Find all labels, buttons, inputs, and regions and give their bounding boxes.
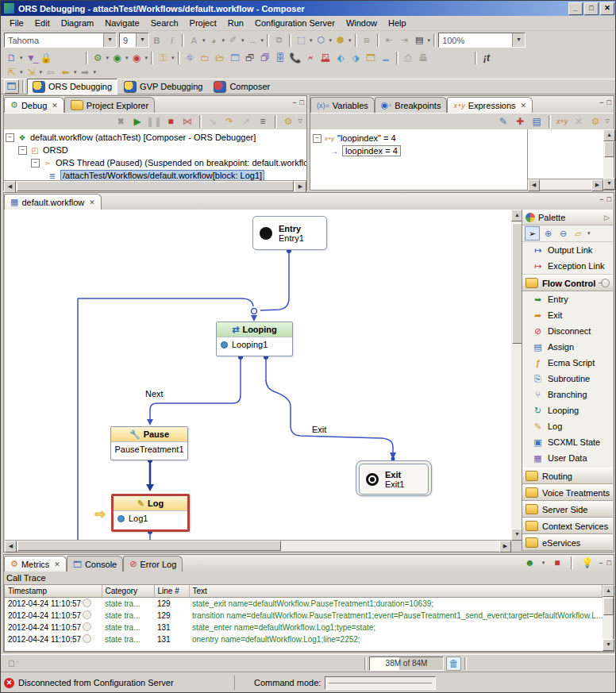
copy-appearance-icon[interactable]: ⧉ <box>271 33 287 48</box>
expander-icon[interactable]: − <box>6 133 14 142</box>
disconnect-icon[interactable]: ⬗ <box>349 52 363 64</box>
table-header-row[interactable]: Timestamp Category Line # Text <box>5 585 603 597</box>
close-icon[interactable]: ✕ <box>52 102 58 110</box>
remove-icon[interactable]: ✕ <box>572 115 586 128</box>
debug-tree-row-selected[interactable]: ≣ /attachTest/Workflows/default.workflow… <box>6 169 306 180</box>
workflow-canvas[interactable]: EntryEntry1 ⇄ Looping Looping1 <box>5 210 511 541</box>
palette-exit[interactable]: ➦Exit <box>522 307 613 323</box>
group-icon[interactable]: ⧈ <box>360 33 375 48</box>
new-workflow-icon[interactable]: 🗔 <box>229 52 242 64</box>
phone-icon[interactable]: 📞 <box>289 52 302 64</box>
canvas-horizontal-scrollbar[interactable]: ◀ ▶ <box>5 540 511 551</box>
print-preview-icon[interactable]: 🖶 <box>417 52 430 64</box>
palette-log[interactable]: ✎Log <box>522 418 613 434</box>
minimize-view-icon[interactable]: − <box>599 195 603 203</box>
menu-diagram[interactable]: Diagram <box>56 17 100 29</box>
tab-breakpoints[interactable]: ◉◦ Breakpoints <box>375 97 448 113</box>
expander-icon[interactable]: − <box>18 146 27 155</box>
layout-icon[interactable]: ⬢ <box>333 33 348 48</box>
drawer-context-services[interactable]: Context Services <box>522 518 613 534</box>
run-icon[interactable]: ◉ <box>110 52 124 64</box>
new-wizard-icon[interactable]: 🗋 <box>5 52 18 64</box>
palette-user-data[interactable]: ▦User Data <box>522 450 613 466</box>
menu-navigate[interactable]: Navigate <box>99 17 144 29</box>
drawer-server-side[interactable]: Server Side <box>522 501 613 518</box>
show-columns-icon[interactable]: ▤ <box>530 115 544 128</box>
collapse-palette-icon[interactable]: ▷ <box>604 214 610 221</box>
last-edit-icon[interactable]: ⇱ <box>5 66 18 79</box>
select-mode-icon[interactable]: ⬚ <box>294 33 309 48</box>
add-watch-icon[interactable]: ✚ <box>514 115 527 128</box>
print-icon[interactable]: ⎙ <box>402 52 415 64</box>
drawer-voice-treatments[interactable]: Voice Treatments <box>522 484 613 501</box>
tab-expressions[interactable]: x+y Expressions ✕ <box>447 97 533 113</box>
diagram-icon[interactable]: 🗇 <box>259 52 272 64</box>
pin-icon[interactable] <box>601 279 610 287</box>
minimize-view-icon[interactable]: − <box>599 559 603 567</box>
back-history-icon[interactable]: ⬅ <box>59 66 72 79</box>
tab-metrics[interactable]: ⚙ Metrics ✕ <box>4 556 67 572</box>
validate-icon[interactable]: 🗲 <box>304 52 318 64</box>
table-icon[interactable]: ▤ <box>412 33 427 48</box>
add-expression-icon[interactable]: ✎ <box>497 115 510 128</box>
palette-exception-link[interactable]: ↦ Exception Link <box>522 258 613 275</box>
font-family-combo[interactable]: Tahoma▾ <box>4 33 117 48</box>
palette-looping[interactable]: ↻Looping <box>522 402 613 418</box>
zoom-out-icon[interactable]: ⊖ <box>556 227 570 240</box>
step-over-icon[interactable]: ↷ <box>223 115 237 128</box>
new-callflow-icon[interactable]: 🗁 <box>214 52 227 64</box>
metrics-vertical-scrollbar[interactable]: ▲ ▼ <box>603 584 614 652</box>
node-exit[interactable]: ExitExit1 <box>356 460 432 496</box>
font-size-combo[interactable]: 9▾ <box>119 33 149 48</box>
menu-configuration-server[interactable]: Configuration Server <box>249 17 341 29</box>
fill-color-icon[interactable]: ◕ <box>206 33 221 48</box>
palette-scxml-state[interactable]: ▣SCXML State <box>522 434 613 450</box>
close-icon[interactable]: ✕ <box>89 198 95 206</box>
upload-icon[interactable]: 🗄 <box>274 52 287 64</box>
bold-button[interactable]: B <box>149 33 164 48</box>
next-annotation-icon[interactable]: ⇲ <box>25 66 38 79</box>
annotation-icon[interactable]: ¡t <box>480 52 494 64</box>
remove-all-icon[interactable]: ⚙ <box>589 115 603 128</box>
drawer-flow-control[interactable]: Flow Control <box>522 275 613 291</box>
stop-icon[interactable]: ■ <box>164 115 178 128</box>
metrics-table[interactable]: Timestamp Category Line # Text 2012-04-2… <box>5 585 603 645</box>
tab-error-log[interactable]: ⊘ Error Log <box>123 556 183 572</box>
node-log-current[interactable]: ✎ Log Log1 <box>111 494 190 532</box>
node-entry[interactable]: EntryEntry1 <box>252 216 327 250</box>
perspective-gvp-debugging[interactable]: GVP Debugging <box>119 79 207 94</box>
palette-header[interactable]: Palette ▷ <box>522 210 613 225</box>
perspective-composer[interactable]: Composer <box>209 79 275 94</box>
align-nodes-icon[interactable]: ⬡ <box>314 33 329 48</box>
debug-tree-row[interactable]: − ❖ default.workflow (attachTest) [Compo… <box>6 131 306 144</box>
close-icon[interactable]: ✕ <box>54 560 60 568</box>
expression-row[interactable]: − x+y "loopindex" = 4 <box>313 132 527 144</box>
close-icon[interactable]: ✕ <box>600 2 614 15</box>
back-arrow-icon[interactable]: ⇦ <box>44 66 57 79</box>
key-icon[interactable]: ⚿ <box>156 52 170 64</box>
drop-to-frame-icon[interactable]: ≡ <box>256 115 270 128</box>
table-row[interactable]: 2012-04-24 11:10:57 state tra... 131 sta… <box>5 622 603 633</box>
node-looping[interactable]: ⇄ Looping Looping1 <box>216 321 293 356</box>
clear-metrics-icon[interactable]: ■ <box>550 556 564 569</box>
use-step-filters-icon[interactable]: ⚙ <box>282 115 295 128</box>
maximize-view-icon[interactable]: □ <box>300 98 304 106</box>
palette-output-link[interactable]: ↦ Output Link <box>522 242 613 258</box>
menu-window[interactable]: Window <box>341 17 383 29</box>
expression-detail-pane[interactable] <box>528 129 603 179</box>
resume-icon[interactable]: ▶ <box>131 115 144 128</box>
fast-view-icon[interactable]: 🗋° <box>6 657 20 670</box>
maximize-view-icon[interactable]: □ <box>607 559 611 567</box>
command-mode-field[interactable] <box>325 676 436 690</box>
match-width-icon[interactable]: ⇤ <box>382 33 397 48</box>
pause-icon[interactable]: ❚❚ <box>148 115 161 128</box>
export-icon[interactable]: 🗗 <box>244 52 257 64</box>
show-logical-icon[interactable]: x+y <box>556 115 569 128</box>
palette-branching[interactable]: ⑂Branching <box>522 387 613 402</box>
maximize-view-icon[interactable]: □ <box>607 195 611 203</box>
palette-disconnect[interactable]: ⊘Disconnect <box>522 323 613 339</box>
expander-icon[interactable]: − <box>313 134 321 143</box>
italic-button[interactable]: I <box>164 33 179 48</box>
debug-horizontal-scrollbar[interactable]: ◀ ▶ <box>4 180 306 191</box>
tab-console[interactable]: 🗔 Console <box>67 556 123 572</box>
